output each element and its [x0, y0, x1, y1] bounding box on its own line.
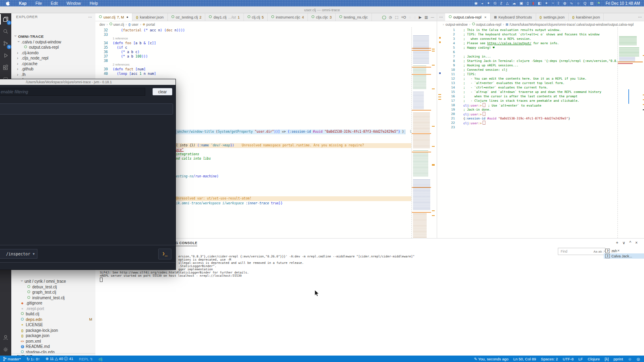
tree-item-debux-test-clj[interactable]: debux_test.clj — [11, 284, 95, 290]
breadcrumb-item-portal[interactable]: ⊘portal — [143, 23, 155, 27]
tree-item-package-json[interactable]: {}package.json — [11, 333, 95, 339]
find-toggle-ab[interactable]: ab — [599, 250, 603, 253]
status-problems[interactable]: ⊗ 11 △ 40 ⓘ 41 — [45, 356, 73, 362]
stop-dim-icon[interactable]: ◌ — [414, 15, 416, 19]
tree-item-omni-trace[interactable]: ›OMNI-TRACE — [11, 34, 95, 39]
split-editor-icon[interactable]: ▥ — [424, 15, 428, 19]
menu-item-window[interactable]: Window — [66, 1, 81, 6]
tree-item-license[interactable]: ¤LICENSE — [11, 322, 95, 328]
tree-item-cpcache[interactable]: ›.cpcache — [11, 61, 95, 67]
camera-icon[interactable]: ◉ — [475, 0, 478, 6]
tree-item-github[interactable]: ›.github — [11, 66, 95, 72]
status-branch[interactable]: master* — [3, 357, 21, 361]
terminal-entry-calva-jack[interactable]: ❯Calva Jack... — [604, 253, 644, 259]
tab-testing-ns-cljc[interactable]: testing_ns.cljc — [336, 13, 372, 21]
new-terminal-icon[interactable]: + — [616, 241, 618, 245]
close-icon[interactable]: × — [484, 15, 486, 19]
tab-clj-clj[interactable]: clj.clj5 — [244, 13, 268, 21]
calva-connected-icon[interactable]: ◯ — [382, 15, 386, 19]
repl-prompt-button[interactable]: ❯_ — [158, 249, 171, 259]
breadcrumb-item-user-clj[interactable]: user.clj — [109, 23, 124, 27]
signal-icon[interactable]: ∿ — [570, 0, 573, 6]
status-language-mode[interactable]: Clojure — [588, 357, 600, 361]
more-actions-icon[interactable]: ⋯ — [431, 15, 434, 19]
battery-icon[interactable]: ▯ — [526, 0, 528, 6]
close-icon[interactable]: × — [635, 241, 638, 245]
tree-item-instrument-test-clj[interactable]: instrument_test.clj — [11, 295, 95, 301]
tab-cljs-cljc[interactable]: cljs.cljc3 — [308, 13, 336, 21]
display-icon[interactable]: ◧ — [538, 0, 541, 6]
flow-icon[interactable]: Z — [500, 0, 502, 6]
status-last-edit[interactable]: ✎ You, seconds ago — [474, 357, 509, 361]
explorer-more-icon[interactable]: ⋯ — [88, 15, 92, 19]
leaf-icon[interactable]: ✦ — [487, 0, 490, 6]
tab-keyboard-shortcuts[interactable]: ▤Keyboard Shortcuts — [491, 13, 536, 21]
activity-extensions[interactable] — [0, 62, 11, 74]
breadcrumb-item-users-lukas-workspace-c[interactable]: ▤/Users/lukas/Workspace/clojure/omni-tra… — [506, 23, 634, 27]
activity-run-debug[interactable] — [0, 49, 11, 62]
activity-search[interactable] — [0, 25, 11, 37]
tree-item-output-calva-repl[interactable]: output.calva-repl — [11, 45, 95, 50]
breadcrumb-item-output-calva-repl[interactable]: output.calva-repl — [472, 23, 502, 27]
tree-item-cljs-node-repl[interactable]: ›.cljs_node_repl — [11, 56, 95, 61]
menu-item-edit[interactable]: Edit — [51, 1, 58, 6]
editor1-overview-ruler[interactable] — [432, 27, 437, 238]
tree-item-unit-cyrik-omni-trace[interactable]: ›unit / cyrik / omni_trace — [11, 279, 95, 284]
breadcrumb-item-output-window[interactable]: output-window — [446, 23, 468, 27]
shield-icon[interactable]: ▣ — [520, 0, 523, 6]
inspector-window[interactable]: /Users/lukas/Workspace/clojure/omni-trac… — [0, 79, 176, 270]
tab-output-calva-repl[interactable]: output.calva-repl× — [445, 13, 491, 21]
tree-item-clj-kondo[interactable]: ›.clj-kondo — [11, 50, 95, 56]
open-changes-icon[interactable]: +O — [401, 15, 406, 19]
window-titlebar[interactable]: user.clj — omni-trace — [0, 6, 644, 13]
find-toggle-aa[interactable]: Aa — [594, 250, 599, 253]
tree-item-pom-xml[interactable]: <>pom.xml — [11, 339, 95, 344]
wheel-icon[interactable]: ✶ — [545, 0, 548, 6]
tab-user-clj[interactable]: user.clj7, M● — [95, 13, 132, 21]
status-indentation[interactable]: Spaces: 2 — [541, 357, 558, 361]
clear-button[interactable]: clear — [153, 88, 172, 95]
shape-icon[interactable]: △ — [506, 0, 509, 6]
filter-input[interactable] — [0, 88, 145, 96]
status-feedback-icon[interactable]: ☺ — [628, 357, 632, 361]
editor2-minimap[interactable] — [617, 27, 643, 238]
apple-menu-icon[interactable] — [6, 1, 10, 6]
recording-icon[interactable]: ▮ — [532, 0, 534, 6]
tree-item-package-lock-json[interactable]: {}package-lock.json — [11, 328, 95, 333]
status-repl-status[interactable]: REPL ↯ — [79, 357, 93, 361]
run-file-icon[interactable]: ▶ — [419, 15, 422, 19]
status-encoding[interactable]: UTF-8 — [563, 357, 574, 361]
dropdown-icon[interactable]: ∨ — [622, 241, 625, 245]
menu-item-file[interactable]: File — [35, 1, 42, 6]
maximize-icon[interactable]: ^ — [629, 241, 631, 245]
menubar-clock[interactable]: Fri Dec 10 1:48 AM — [605, 1, 640, 6]
menu-item-help[interactable]: Help — [90, 1, 98, 6]
status-clj-indicator[interactable]: clj — [99, 357, 102, 361]
activity-source-control[interactable]: 5 — [0, 37, 11, 49]
editor1-breadcrumb[interactable]: dev›user.clj›{}user›⊘portal — [95, 21, 437, 27]
editor2-tabs-overflow-icon[interactable]: ⋯ — [437, 13, 445, 21]
tree-item-calva-output-window[interactable]: ›.calva / output-window — [11, 39, 95, 45]
selection-icon[interactable]: ⬚ — [395, 15, 398, 19]
history-icon[interactable]: ◷ — [389, 15, 392, 19]
terminal-entry-zsh[interactable]: ❯zsh — [604, 248, 644, 253]
clock-icon[interactable]: ◔ — [551, 0, 553, 6]
fan-icon[interactable]: ◍ — [563, 0, 566, 6]
menu-item-kap[interactable]: Kap — [19, 1, 27, 6]
inspector-window-title[interactable]: /Users/lukas/Workspace/clojure/omni-trac… — [0, 79, 175, 85]
find-input[interactable]: Find — [561, 249, 568, 253]
search-icon[interactable]: Q — [584, 0, 586, 6]
namespace-dropdown[interactable]: /inspector ▼ — [0, 249, 37, 259]
activity-account[interactable] — [0, 331, 11, 343]
tab-karabiner-json[interactable]: {}karabiner.json — [132, 13, 168, 21]
spaces-icon[interactable]: ▤ — [590, 0, 594, 6]
run-dim-icon[interactable]: ◌ — [409, 15, 411, 19]
tree-item-gitignore[interactable]: ◆.gitignore — [11, 300, 95, 306]
toggle-icon[interactable]: ◒ — [481, 0, 483, 6]
tab-oz-testing-clj[interactable]: oz_testing.clj2 — [168, 13, 206, 21]
tree-item-graph-test-clj[interactable]: graph_test.clj — [11, 290, 95, 295]
editor2-breadcrumb[interactable]: ›output-window›output.calva-repl›▤/Users… — [437, 21, 644, 27]
tab-karabiner-json[interactable]: {}karabiner.json — [569, 13, 604, 21]
status-cursor-position[interactable]: Ln 50, Col 89 — [513, 357, 536, 361]
codelens[interactable]: 1 reference — [113, 37, 128, 40]
